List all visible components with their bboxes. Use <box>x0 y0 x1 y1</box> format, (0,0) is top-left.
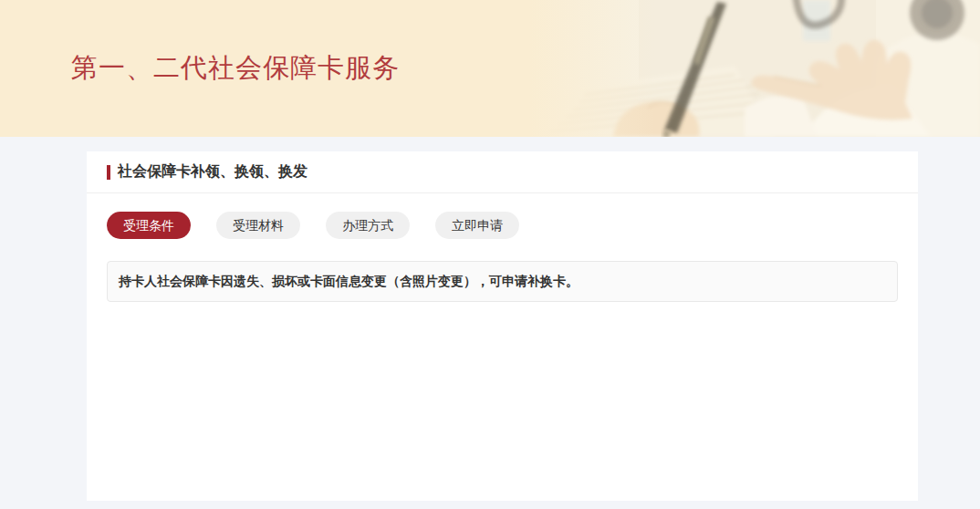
banner-photo <box>529 0 980 137</box>
acceptance-condition-text: 持卡人社会保障卡因遗失、损坏或卡面信息变更（含照片变更），可申请补换卡。 <box>119 274 579 290</box>
tab-required-materials[interactable]: 受理材料 <box>216 212 300 239</box>
page-title: 第一、二代社会保障卡服务 <box>71 50 400 87</box>
tab-apply-now[interactable]: 立即申请 <box>435 212 519 239</box>
card-header: 社会保障卡补领、换领、换发 <box>87 151 918 193</box>
service-card: 社会保障卡补领、换领、换发 受理条件 受理材料 办理方式 立即申请 持卡人社会保… <box>87 151 918 501</box>
tab-acceptance-conditions[interactable]: 受理条件 <box>107 212 191 239</box>
tab-processing-method[interactable]: 办理方式 <box>326 212 410 239</box>
tab-bar: 受理条件 受理材料 办理方式 立即申请 <box>87 193 918 239</box>
section-accent-bar <box>107 165 110 180</box>
section-title: 社会保障卡补领、换领、换发 <box>118 162 308 182</box>
page-banner: 第一、二代社会保障卡服务 <box>0 0 980 137</box>
tab-content-panel: 持卡人社会保障卡因遗失、损坏或卡面信息变更（含照片变更），可申请补换卡。 <box>107 261 898 302</box>
